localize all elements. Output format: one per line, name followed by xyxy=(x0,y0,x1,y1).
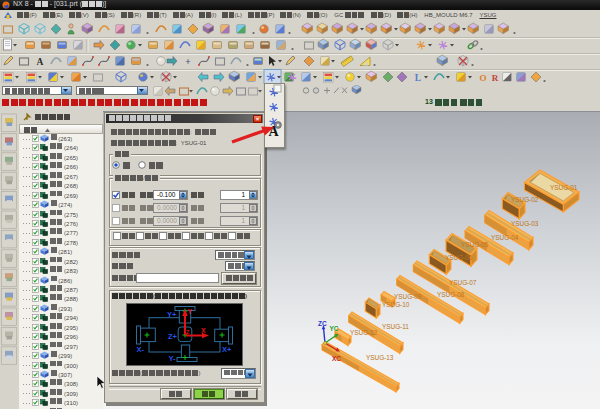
svg-text:Z+: Z+ xyxy=(168,332,178,341)
svg-text:XC: XC xyxy=(332,355,341,362)
svg-text:R: R xyxy=(492,73,499,83)
svg-text:YSUG-13: YSUG-13 xyxy=(366,354,394,361)
svg-text:YSUG-05: YSUG-05 xyxy=(461,241,489,248)
svg-text:X: X xyxy=(201,327,206,334)
svg-text:A: A xyxy=(37,57,44,67)
svg-text:X-: X- xyxy=(137,345,145,354)
svg-text:YSUG-01: YSUG-01 xyxy=(550,184,578,191)
svg-text:+: + xyxy=(185,57,190,67)
svg-text:L: L xyxy=(415,73,421,83)
svg-text:YSUG-02: YSUG-02 xyxy=(511,196,539,203)
svg-text:YSUG-11: YSUG-11 xyxy=(382,323,409,330)
svg-text:YSUG-12: YSUG-12 xyxy=(350,329,378,336)
svg-text:Y-: Y- xyxy=(169,354,177,363)
svg-text:YSUG-10: YSUG-10 xyxy=(382,301,410,308)
svg-text:X+: X+ xyxy=(222,345,232,354)
svg-text:YSUG-03: YSUG-03 xyxy=(511,220,539,227)
svg-text:YSUG-07: YSUG-07 xyxy=(449,279,477,286)
svg-text:Y: Y xyxy=(188,308,193,315)
svg-text:ZC: ZC xyxy=(318,320,327,327)
svg-text:YSUG-08: YSUG-08 xyxy=(437,291,465,298)
svg-text:Y+: Y+ xyxy=(167,310,177,319)
svg-text:YSUG-04: YSUG-04 xyxy=(491,234,519,241)
svg-text:O: O xyxy=(479,73,486,83)
svg-text:YC: YC xyxy=(330,325,339,332)
svg-text:YSUG-06: YSUG-06 xyxy=(445,254,473,261)
svg-text:YSUG-09: YSUG-09 xyxy=(394,293,422,300)
